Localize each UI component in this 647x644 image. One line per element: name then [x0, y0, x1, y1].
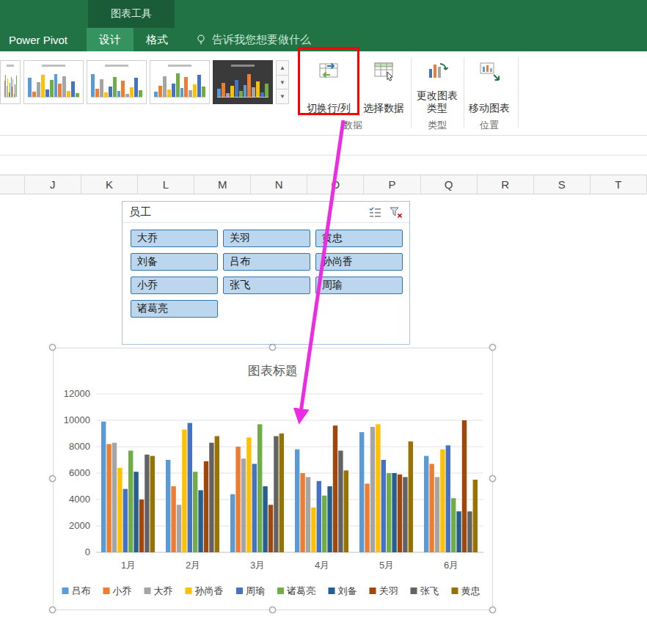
column-header-R[interactable]: R [478, 175, 534, 194]
svg-text:5月: 5月 [379, 560, 394, 571]
svg-text:诸葛亮: 诸葛亮 [287, 585, 315, 596]
selection-handle[interactable] [489, 344, 496, 351]
svg-text:孙尚香: 孙尚香 [195, 585, 224, 596]
group-label-data: 数据 [299, 119, 406, 132]
svg-text:6000: 6000 [69, 467, 90, 478]
svg-text:0: 0 [85, 546, 90, 557]
svg-text:6月: 6月 [444, 560, 458, 571]
column-header-M[interactable]: M [194, 175, 251, 194]
ribbon-header: 图表工具 Power Pivot 设计 格式 告诉我您想要做什么 [0, 0, 647, 51]
slicer-item[interactable]: 孙尚香 [315, 253, 403, 271]
multi-select-icon[interactable] [368, 206, 382, 218]
slicer-item[interactable]: 诸葛亮 [131, 300, 218, 318]
slicer-item[interactable]: 刘备 [131, 253, 218, 271]
selection-handle[interactable] [269, 344, 276, 351]
tab-format[interactable]: 格式 [134, 28, 180, 51]
slicer-item[interactable]: 吕布 [223, 253, 310, 271]
chart-style-thumbnail[interactable] [0, 60, 21, 104]
column-header-T[interactable]: T [591, 175, 647, 194]
move-chart-label: 移动图表 [469, 102, 510, 114]
selection-handle[interactable] [49, 475, 56, 482]
lightbulb-icon [195, 33, 207, 46]
svg-text:吕布: 吕布 [72, 585, 91, 596]
move-chart-button[interactable]: 移动图表 [467, 54, 512, 117]
column-header-Q[interactable]: Q [421, 175, 478, 194]
chart-style-thumbnail-dark[interactable] [213, 60, 273, 104]
column-header-P[interactable]: P [364, 175, 420, 194]
slicer-item[interactable]: 黄忠 [315, 230, 403, 247]
svg-text:4月: 4月 [315, 560, 329, 571]
slicer-header: 员工 [123, 202, 409, 223]
svg-text:黄忠: 黄忠 [461, 585, 480, 596]
selection-handle[interactable] [49, 607, 56, 613]
column-header-N[interactable]: N [251, 175, 307, 194]
slicer-item[interactable]: 张飞 [223, 277, 310, 294]
column-header-J[interactable]: J [25, 175, 81, 194]
svg-text:12000: 12000 [64, 388, 90, 399]
clear-filter-icon[interactable] [389, 206, 403, 219]
gallery-scroll-up[interactable]: ▲ [276, 60, 289, 76]
slicer-items: 大乔 关羽 黄忠 刘备 吕布 孙尚香 小乔 张飞 周瑜 诸葛亮 [123, 223, 409, 324]
svg-text:8000: 8000 [69, 441, 90, 452]
gallery-more-button[interactable]: ▼ [276, 89, 289, 104]
switch-row-column-label: 切换行/列 [307, 102, 351, 114]
tab-power-pivot[interactable]: Power Pivot [0, 28, 78, 51]
svg-text:1月: 1月 [121, 560, 136, 571]
column-header-O[interactable]: O [307, 175, 364, 194]
column-headers: J K L M N O P Q R S T [0, 175, 647, 194]
select-data-label: 选择数据 [363, 102, 404, 114]
svg-text:图表标题: 图表标题 [248, 364, 298, 378]
formula-bar-strip [0, 136, 647, 155]
slicer-employee[interactable]: 员工 大乔 关羽 黄忠 刘备 吕布 [122, 201, 410, 345]
slicer-item[interactable]: 小乔 [131, 277, 218, 294]
select-data-icon [372, 59, 395, 82]
svg-text:刘备: 刘备 [338, 585, 357, 596]
chart-style-thumbnail[interactable] [87, 60, 147, 104]
change-chart-type-button[interactable]: 更改图表类型 [415, 54, 459, 117]
group-separator [518, 57, 519, 128]
svg-text:4000: 4000 [69, 494, 90, 505]
chart-style-thumbnail[interactable] [23, 60, 84, 104]
chart-plot-area[interactable]: 0200040006000800010000120001月2月3月4月5月6月图… [54, 348, 492, 610]
gallery-scrollbar: ▲ ▼ ▼ [276, 60, 289, 104]
contextual-tab-chart-tools: 图表工具 [88, 0, 175, 28]
tab-design[interactable]: 设计 [87, 28, 134, 51]
chart[interactable]: 0200040006000800010000120001月2月3月4月5月6月图… [53, 348, 493, 610]
svg-text:10000: 10000 [64, 414, 90, 425]
select-data-button[interactable]: 选择数据 [361, 54, 406, 117]
column-header-S[interactable]: S [534, 175, 591, 194]
selection-handle[interactable] [489, 475, 496, 482]
column-header-L[interactable]: L [138, 175, 194, 194]
selection-handle[interactable] [489, 607, 496, 613]
change-chart-type-label: 更改图表类型 [417, 89, 458, 114]
selection-handle[interactable] [269, 607, 276, 613]
chart-style-thumbnail[interactable] [150, 60, 210, 104]
slicer-item[interactable]: 大乔 [131, 230, 218, 247]
svg-text:大乔: 大乔 [154, 585, 173, 596]
svg-text:关羽: 关羽 [379, 585, 398, 596]
group-label-type: 类型 [415, 119, 459, 132]
ribbon-tab-row: Power Pivot 设计 格式 告诉我您想要做什么 [0, 28, 311, 51]
change-chart-type-icon [425, 59, 449, 82]
svg-text:小乔: 小乔 [112, 585, 132, 596]
svg-text:3月: 3月 [250, 560, 265, 571]
switch-row-column-icon [317, 59, 340, 82]
svg-text:周瑜: 周瑜 [246, 585, 265, 596]
column-header-partial[interactable] [0, 175, 25, 194]
group-separator [411, 57, 412, 128]
excel-window: 图表工具 Power Pivot 设计 格式 告诉我您想要做什么 ▲ ▼ ▼ [0, 0, 647, 644]
gallery-scroll-down[interactable]: ▼ [276, 76, 289, 90]
ribbon-content: ▲ ▼ ▼ 切换行/列 选择数据 [0, 51, 647, 136]
column-header-K[interactable]: K [81, 175, 138, 194]
tell-me-box[interactable]: 告诉我您想要做什么 [195, 28, 311, 51]
group-separator [464, 57, 464, 128]
slicer-item[interactable]: 关羽 [223, 230, 310, 247]
switch-row-column-button[interactable]: 切换行/列 [299, 54, 358, 117]
svg-text:2月: 2月 [186, 560, 200, 571]
svg-text:2000: 2000 [69, 520, 90, 531]
selection-handle[interactable] [49, 344, 56, 351]
slicer-title: 员工 [129, 205, 151, 219]
move-chart-icon [478, 59, 501, 82]
slicer-item[interactable]: 周瑜 [315, 277, 403, 294]
svg-text:张飞: 张飞 [420, 585, 439, 596]
